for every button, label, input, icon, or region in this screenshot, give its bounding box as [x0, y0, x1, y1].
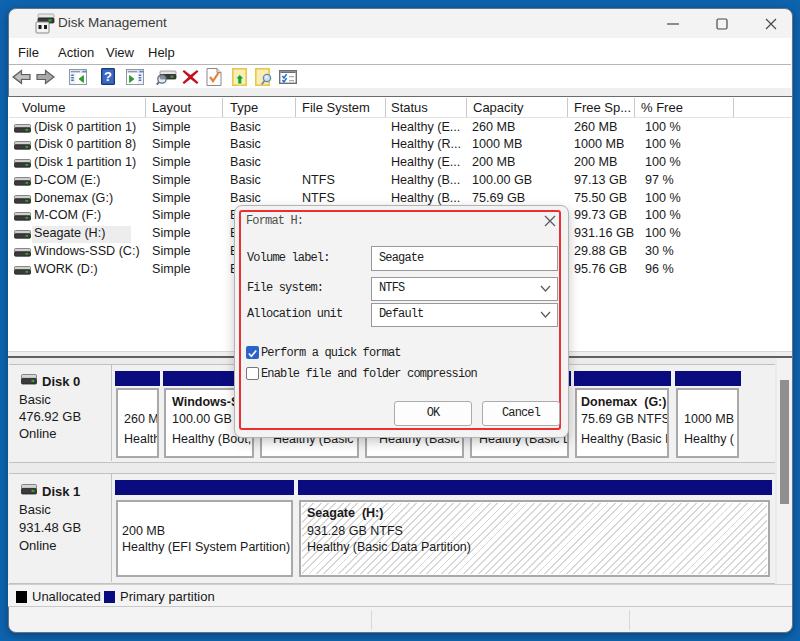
svg-text:?: ?: [104, 69, 112, 84]
